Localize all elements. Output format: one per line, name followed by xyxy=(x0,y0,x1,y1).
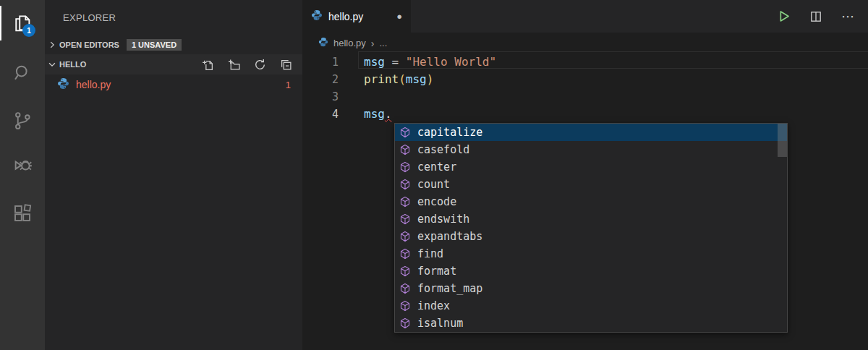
run-python-file-button[interactable] xyxy=(777,9,791,23)
source-control-icon xyxy=(12,110,33,132)
suggest-item[interactable]: capitalize xyxy=(395,124,787,141)
tab-bar: hello.py ● ⋯ xyxy=(302,0,868,33)
collapse-all-icon[interactable] xyxy=(280,59,292,71)
editor-group: hello.py ● ⋯ hello.py › . xyxy=(302,0,868,350)
suggest-item[interactable]: format xyxy=(395,262,787,280)
line-number: 2 xyxy=(302,71,339,88)
activity-search-button[interactable] xyxy=(0,53,45,93)
method-icon xyxy=(399,161,411,173)
activity-extensions-button[interactable] xyxy=(0,193,45,234)
chevron-right-icon xyxy=(45,40,59,50)
method-icon xyxy=(399,196,411,208)
line-number: 3 xyxy=(302,88,339,106)
new-file-icon[interactable] xyxy=(202,59,214,71)
code-line-1: 1 msg = "Hello World" xyxy=(302,54,868,71)
python-icon xyxy=(311,9,323,24)
method-icon xyxy=(399,317,411,329)
breadcrumb-separator: › xyxy=(371,38,375,49)
tab-title: hello.py xyxy=(328,11,363,22)
modified-dot-icon[interactable]: ● xyxy=(396,11,402,22)
file-problem-count: 1 xyxy=(286,80,302,90)
method-icon xyxy=(399,248,411,260)
method-icon xyxy=(399,283,411,294)
more-actions-icon[interactable]: ⋯ xyxy=(841,9,855,25)
refresh-icon[interactable] xyxy=(254,59,266,71)
explorer-badge: 1 xyxy=(22,24,35,37)
suggest-item[interactable]: count xyxy=(395,176,787,193)
folder-section-header[interactable]: HELLO xyxy=(45,54,302,74)
activity-run-debug-button[interactable] xyxy=(0,145,45,185)
method-icon xyxy=(399,300,411,312)
method-icon xyxy=(399,179,411,190)
suggest-scrollbar[interactable] xyxy=(778,124,787,157)
error-squiggle: . xyxy=(385,107,392,121)
method-icon xyxy=(399,231,411,242)
suggest-item[interactable]: format_map xyxy=(395,280,787,297)
method-icon xyxy=(399,213,411,225)
debug-icon xyxy=(12,154,33,176)
explorer-sidebar: EXPLORER OPEN EDITORS 1 UNSAVED HELLO xyxy=(45,0,302,350)
folder-name-label: HELLO xyxy=(59,60,86,69)
suggest-item[interactable]: casefold xyxy=(395,141,787,158)
editor-actions: ⋯ xyxy=(777,0,868,33)
method-icon xyxy=(399,265,411,277)
activity-bar: 1 xyxy=(0,0,45,350)
python-icon xyxy=(57,77,69,93)
tab-hello-py[interactable]: hello.py ● xyxy=(302,0,411,33)
unsaved-badge: 1 UNSAVED xyxy=(127,39,182,51)
activity-source-control-button[interactable] xyxy=(0,101,45,141)
breadcrumb-file[interactable]: hello.py xyxy=(333,38,366,48)
extensions-icon xyxy=(12,202,33,224)
suggest-item[interactable]: isalnum xyxy=(395,315,787,332)
suggest-widget: capitalize casefold center count encode … xyxy=(394,123,788,333)
split-editor-icon[interactable] xyxy=(809,10,822,23)
line-number: 1 xyxy=(302,54,339,71)
python-icon xyxy=(318,37,328,49)
breadcrumb-symbol[interactable]: ... xyxy=(379,38,387,48)
breadcrumb[interactable]: hello.py › ... xyxy=(302,33,868,54)
activity-explorer-button[interactable]: 1 xyxy=(0,4,45,44)
suggest-item[interactable]: endswith xyxy=(395,210,787,228)
search-icon xyxy=(12,62,33,84)
chevron-down-icon xyxy=(45,59,59,69)
suggest-item[interactable]: index xyxy=(395,297,787,315)
suggest-item[interactable]: expandtabs xyxy=(395,228,787,245)
code-area[interactable]: 1 msg = "Hello World" 2 print(msg) 3 4 m… xyxy=(302,54,868,123)
suggest-item[interactable]: center xyxy=(395,158,787,176)
method-icon xyxy=(399,127,411,138)
suggest-item[interactable]: find xyxy=(395,245,787,262)
suggest-item[interactable]: encode xyxy=(395,193,787,210)
code-line-3: 3 xyxy=(302,88,868,106)
file-item-hello-py[interactable]: hello.py 1 xyxy=(45,74,302,95)
open-editors-section-header[interactable]: OPEN EDITORS 1 UNSAVED xyxy=(45,35,302,54)
code-line-4: 4 msg. xyxy=(302,106,868,123)
sidebar-title: EXPLORER xyxy=(45,0,302,35)
method-icon xyxy=(399,144,411,155)
open-editors-label: OPEN EDITORS xyxy=(59,40,119,49)
line-number: 4 xyxy=(302,106,339,123)
code-line-2: 2 print(msg) xyxy=(302,71,868,88)
file-name-label: hello.py xyxy=(76,79,111,90)
new-folder-icon[interactable] xyxy=(228,59,240,71)
